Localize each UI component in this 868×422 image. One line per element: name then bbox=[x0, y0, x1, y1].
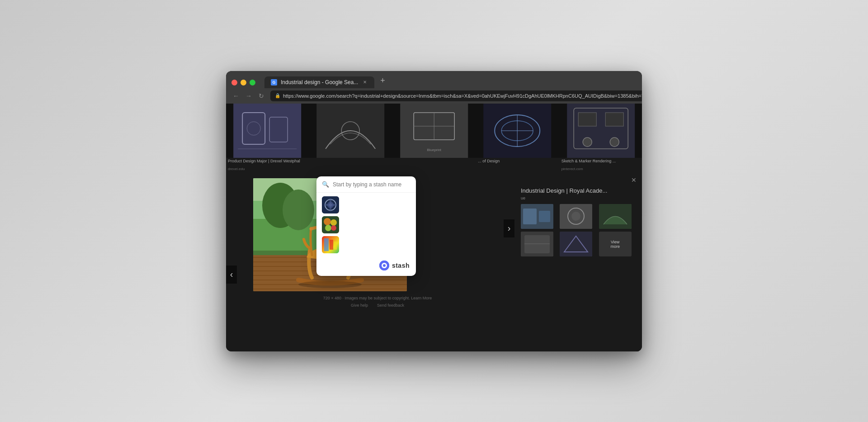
image-strip-top: Blueprint bbox=[226, 104, 642, 158]
url-display: https://www.google.com/search?q=industri… bbox=[283, 93, 642, 99]
address-bar[interactable]: 🔒 https://www.google.com/search?q=indust… bbox=[270, 90, 642, 101]
view-more-button[interactable]: View more bbox=[599, 232, 632, 256]
svg-point-59 bbox=[325, 225, 331, 231]
stash-search-row: 🔍 bbox=[316, 176, 416, 193]
strip-item-3[interactable]: Blueprint bbox=[393, 104, 475, 158]
svg-rect-49 bbox=[560, 232, 592, 256]
traffic-lights bbox=[231, 80, 255, 85]
svg-point-58 bbox=[330, 219, 337, 226]
svg-rect-18 bbox=[605, 113, 623, 126]
svg-rect-62 bbox=[324, 238, 329, 251]
label-1-title: Product Design Major | Drexel Westphal bbox=[228, 159, 307, 164]
svg-rect-15 bbox=[567, 104, 635, 158]
stash-logo-icon bbox=[379, 261, 389, 270]
thumbnail-grid-row1 bbox=[515, 204, 642, 229]
svg-rect-47 bbox=[524, 235, 550, 253]
right-panel: ✕ Industrial Design | Royal Acade... ue bbox=[515, 173, 642, 351]
stash-item-2[interactable] bbox=[322, 216, 410, 233]
svg-point-67 bbox=[383, 264, 386, 267]
nav-buttons: ← → ↻ bbox=[231, 92, 266, 100]
label-1-source: drexel.edu bbox=[228, 167, 245, 171]
svg-point-38 bbox=[298, 281, 362, 288]
svg-rect-56 bbox=[322, 216, 339, 233]
back-button[interactable]: ← bbox=[231, 92, 241, 100]
svg-rect-41 bbox=[539, 211, 550, 222]
stash-search-icon: 🔍 bbox=[322, 181, 329, 188]
next-image-button[interactable]: › bbox=[504, 219, 514, 237]
thumbnail-grid-row2: View more bbox=[515, 229, 642, 256]
close-panel-button[interactable]: ✕ bbox=[631, 176, 637, 184]
google-images-page: Blueprint bbox=[226, 104, 642, 351]
strip-item-1[interactable] bbox=[226, 104, 308, 158]
desktop: G Industrial design - Google Sea... ✕ + … bbox=[0, 0, 868, 422]
stash-brand-name: stash bbox=[392, 262, 410, 269]
main-image-title: Industrial Design | Royal Acade... bbox=[515, 187, 642, 196]
refresh-button[interactable]: ↻ bbox=[257, 92, 266, 100]
new-tab-button[interactable]: + bbox=[376, 75, 389, 87]
stash-item-3-thumbnail bbox=[322, 236, 339, 253]
svg-point-20 bbox=[610, 138, 619, 147]
strip-item-4[interactable] bbox=[476, 104, 558, 158]
svg-rect-17 bbox=[578, 113, 596, 126]
thumbnail-2[interactable] bbox=[560, 204, 592, 229]
svg-text:Blueprint: Blueprint bbox=[427, 148, 441, 152]
svg-rect-63 bbox=[330, 240, 333, 250]
label-1: Product Design Major | Drexel Westphal d… bbox=[226, 158, 308, 173]
browser-chrome: G Industrial design - Google Sea... ✕ + … bbox=[226, 71, 642, 104]
svg-point-44 bbox=[571, 212, 580, 221]
svg-point-60 bbox=[331, 225, 336, 231]
browser-window: G Industrial design - Google Sea... ✕ + … bbox=[226, 71, 642, 351]
svg-rect-64 bbox=[334, 242, 337, 250]
give-help-link[interactable]: Give help bbox=[351, 303, 368, 308]
image-copyright-text: 720 × 480 · Images may be subject to cop… bbox=[323, 296, 432, 300]
label-4-title: ... of Design bbox=[478, 159, 557, 164]
thumbnail-4[interactable] bbox=[521, 232, 553, 256]
strip-labels: Product Design Major | Drexel Westphal d… bbox=[226, 158, 642, 173]
svg-point-26 bbox=[283, 190, 314, 230]
strip-item-2[interactable] bbox=[309, 104, 392, 158]
tab-close-button[interactable]: ✕ bbox=[362, 79, 368, 85]
svg-point-19 bbox=[583, 138, 592, 147]
visit-button[interactable]: ue bbox=[515, 196, 642, 204]
minimize-window-button[interactable] bbox=[241, 80, 246, 85]
label-2 bbox=[309, 158, 392, 173]
svg-point-57 bbox=[324, 218, 331, 225]
lock-icon: 🔒 bbox=[275, 93, 280, 98]
image-info: 720 × 480 · Images may be subject to cop… bbox=[240, 294, 515, 302]
label-5: Sketch & Marker Rendering ... pinterect.… bbox=[560, 158, 642, 173]
stash-search-input[interactable] bbox=[333, 181, 410, 188]
browser-content: Blueprint bbox=[226, 104, 642, 351]
right-panel-header: ✕ bbox=[515, 173, 642, 187]
strip-item-5[interactable] bbox=[560, 104, 642, 158]
tab-bar: G Industrial design - Google Sea... ✕ + bbox=[226, 71, 642, 88]
tab-label: Industrial design - Google Sea... bbox=[281, 79, 358, 85]
stash-item-3[interactable] bbox=[322, 236, 410, 253]
send-feedback-link[interactable]: Send feedback bbox=[377, 303, 404, 308]
svg-rect-55 bbox=[330, 199, 331, 211]
fullscreen-window-button[interactable] bbox=[250, 80, 255, 85]
active-tab[interactable]: G Industrial design - Google Sea... ✕ bbox=[264, 76, 374, 88]
label-5-source: pinterect.com bbox=[561, 167, 583, 171]
label-3 bbox=[393, 158, 475, 173]
svg-rect-40 bbox=[523, 209, 537, 224]
address-bar-row: ← → ↻ 🔒 https://www.google.com/search?q=… bbox=[226, 88, 642, 104]
thumbnail-5[interactable] bbox=[560, 232, 592, 256]
stash-footer: stash bbox=[316, 257, 416, 276]
view-more-label: View more bbox=[610, 240, 620, 249]
svg-rect-0 bbox=[233, 104, 301, 158]
close-window-button[interactable] bbox=[231, 80, 237, 85]
label-5-title: Sketch & Marker Rendering ... bbox=[561, 159, 640, 164]
forward-button[interactable]: → bbox=[244, 92, 253, 100]
stash-popup: 🔍 bbox=[316, 176, 416, 276]
thumbnail-1[interactable] bbox=[521, 204, 553, 229]
stash-item-2-thumbnail bbox=[322, 216, 339, 233]
tab-favicon: G bbox=[271, 79, 277, 85]
stash-item-1[interactable] bbox=[322, 196, 410, 213]
stash-items-list bbox=[316, 193, 416, 257]
thumbnail-3[interactable] bbox=[599, 204, 632, 229]
stash-item-1-thumbnail bbox=[322, 196, 339, 213]
prev-image-button[interactable]: ‹ bbox=[226, 266, 237, 284]
label-4: ... of Design bbox=[476, 158, 558, 173]
